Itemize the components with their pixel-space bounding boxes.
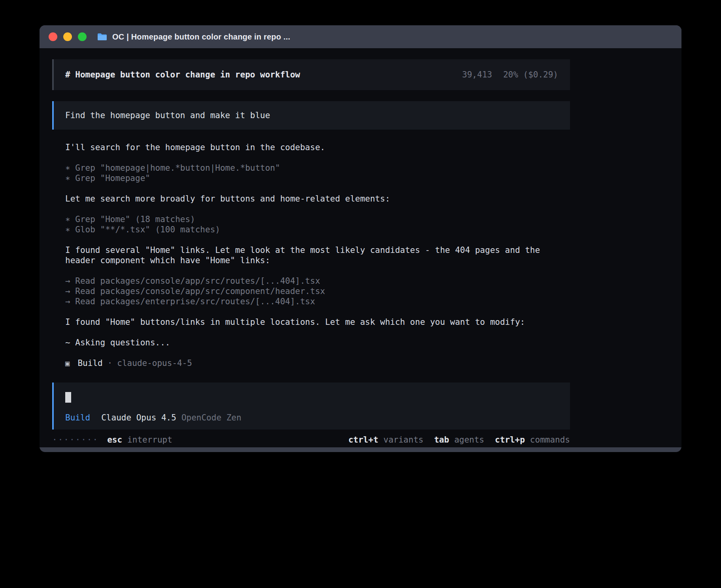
assistant-status: ~ Asking questions... [65, 337, 570, 348]
tool-call-read: → Read packages/console/app/src/routes/[… [65, 276, 570, 286]
agent-status-row: ▣ Build · claude-opus-4-5 [65, 358, 570, 368]
tool-call-read: → Read packages/console/app/src/componen… [65, 286, 570, 296]
agent-model: claude-opus-4-5 [117, 358, 192, 368]
status-left: ········ esc interrupt [52, 435, 172, 445]
agent-separator: · [108, 358, 113, 368]
prompt-input[interactable]: Build Claude Opus 4.5 OpenCode Zen [52, 383, 570, 430]
agent-mode-label[interactable]: Build [65, 413, 90, 422]
user-message: Find the homepage button and make it blu… [52, 101, 570, 130]
session-header: # Homepage button color change in repo w… [52, 59, 570, 90]
title-group: OC | Homepage button color change in rep… [97, 32, 290, 41]
assistant-text: I found "Home" buttons/links in multiple… [65, 317, 570, 327]
status-bar: ········ esc interrupt ctrl+t variants t… [52, 435, 570, 445]
shortcut-label: agents [454, 435, 484, 445]
window-titlebar[interactable]: OC | Homepage button color change in rep… [40, 25, 681, 48]
status-right: ctrl+t variants tab agents ctrl+p comman… [348, 435, 570, 445]
tool-call-group: → Read packages/console/app/src/routes/[… [65, 276, 570, 307]
close-button[interactable] [49, 32, 57, 41]
traffic-lights [49, 32, 87, 41]
minimize-button[interactable] [63, 32, 72, 41]
assistant-text: I'll search for the homepage button in t… [65, 142, 570, 153]
tool-call-group: ∗ Grep "homepage|home.*button|Home.*butt… [65, 163, 570, 183]
folder-icon [97, 33, 108, 41]
user-message-text: Find the homepage button and make it blu… [65, 111, 270, 120]
zoom-button[interactable] [78, 32, 87, 41]
assistant-text: I found several "Home" links. Let me loo… [65, 245, 570, 266]
input-meta-row: Build Claude Opus 4.5 OpenCode Zen [65, 413, 570, 422]
token-count: 39,413 [462, 70, 492, 79]
tool-call-grep: ∗ Grep "Home" (18 matches) [65, 214, 570, 224]
assistant-text: Let me search more broadly for buttons a… [65, 194, 570, 204]
desktop-background: { "window": { "title": "OC | Homepage bu… [0, 0, 721, 588]
content-column: # Homepage button color change in repo w… [52, 59, 570, 445]
shortcut-key: tab [434, 435, 449, 445]
progress-dots: ········ [52, 435, 98, 445]
provider-name: OpenCode Zen [181, 413, 242, 422]
terminal-body: # Homepage button color change in repo w… [40, 48, 681, 447]
assistant-transcript: I'll search for the homepage button in t… [52, 142, 570, 368]
esc-key-hint: esc [107, 435, 122, 445]
shortcut-commands: ctrl+p commands [495, 435, 570, 445]
terminal-window: OC | Homepage button color change in rep… [40, 25, 681, 452]
window-title: OC | Homepage button color change in rep… [112, 32, 290, 41]
shortcut-variants: ctrl+t variants [348, 435, 423, 445]
esc-key-label: interrupt [127, 435, 172, 445]
tool-call-glob: ∗ Glob "**/*.tsx" (100 matches) [65, 224, 570, 235]
text-cursor[interactable] [65, 392, 71, 403]
session-title: # Homepage button color change in repo w… [65, 70, 300, 79]
shortcut-key: ctrl+t [348, 435, 378, 445]
shortcut-key: ctrl+p [495, 435, 525, 445]
tool-call-grep: ∗ Grep "homepage|home.*button|Home.*butt… [65, 163, 570, 173]
tool-call-grep: ∗ Grep "Homepage" [65, 173, 570, 183]
tool-call-group: ∗ Grep "Home" (18 matches) ∗ Glob "**/*.… [65, 214, 570, 235]
shortcut-label: commands [530, 435, 570, 445]
session-stats: 39,413 20% ($0.29) [462, 70, 558, 79]
shortcut-label: variants [383, 435, 423, 445]
agent-name: Build [77, 358, 102, 368]
context-usage: 20% ($0.29) [503, 70, 558, 79]
shortcut-agents: tab agents [434, 435, 484, 445]
model-name[interactable]: Claude Opus 4.5 [101, 413, 176, 422]
agent-icon: ▣ [65, 358, 70, 368]
tool-call-read: → Read packages/enterprise/src/routes/[.… [65, 296, 570, 307]
